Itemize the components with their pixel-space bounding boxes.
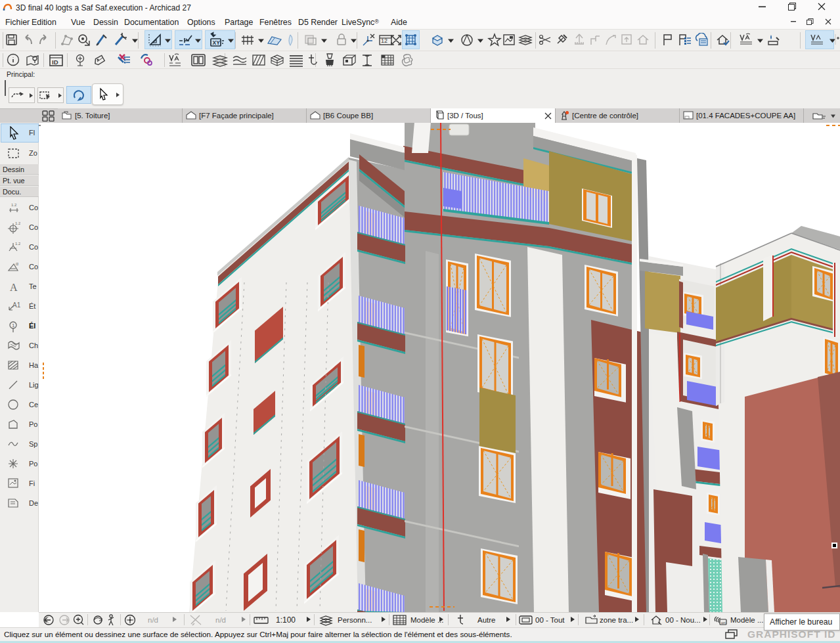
svg-text:1.2: 1.2	[15, 221, 20, 225]
svg-text:ID: ID	[52, 58, 58, 66]
svg-text:1.2: 1.2	[11, 203, 17, 207]
svg-text:1.2: 1.2	[15, 242, 20, 246]
svg-text:α: α	[16, 261, 18, 266]
svg-text:A1: A1	[12, 301, 20, 309]
svg-text:on: on	[721, 621, 726, 625]
svg-text:XY: XY	[213, 39, 221, 46]
svg-text:1: 1	[12, 322, 15, 328]
svg-text:A: A	[10, 282, 18, 293]
